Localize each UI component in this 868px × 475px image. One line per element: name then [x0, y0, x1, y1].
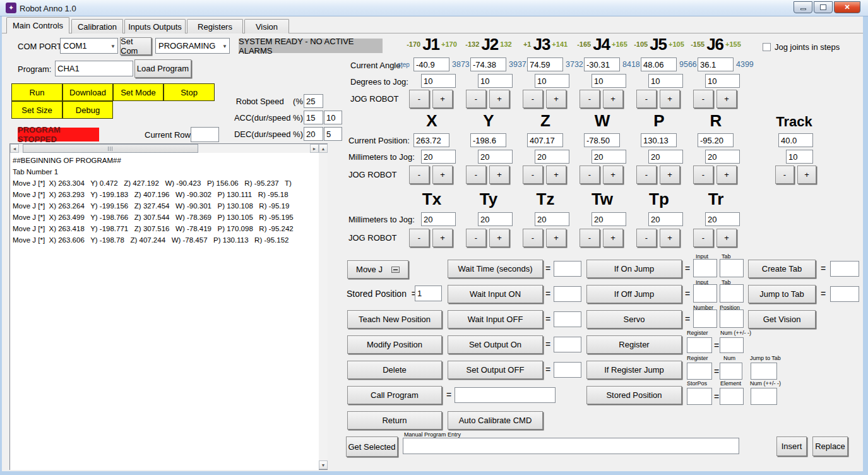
if-register-jump-num-input[interactable]	[720, 363, 742, 380]
tr-tool-jog-minus-button[interactable]: -	[693, 229, 713, 247]
j2-degrees-to-jog-input[interactable]	[478, 74, 513, 88]
tab-registers[interactable]: Registers	[187, 19, 243, 33]
wait-input-on-input[interactable]	[554, 286, 581, 302]
if-on-jump-input[interactable]	[693, 259, 717, 277]
move-type-select[interactable]: Move J	[347, 260, 408, 279]
stored-position-storpos-input[interactable]	[687, 388, 712, 405]
if-on-jump-button[interactable]: If On Jump	[586, 260, 682, 278]
get-vision-button[interactable]: Get Vision	[748, 310, 816, 328]
modify-position-button[interactable]: Modify Position	[347, 335, 442, 354]
set-mode-button[interactable]: Set Mode	[113, 83, 163, 101]
tz-tool-jog-plus-button[interactable]: +	[546, 229, 566, 247]
j1-jog-minus-button[interactable]: -	[409, 90, 429, 108]
j6-jog-minus-button[interactable]: -	[693, 90, 713, 108]
delete-button[interactable]: Delete	[347, 361, 442, 379]
j5-jog-plus-button[interactable]: +	[660, 90, 680, 108]
register-num-input[interactable]	[720, 337, 744, 353]
call-program-button[interactable]: Call Program	[347, 386, 442, 404]
call-program-input[interactable]	[455, 387, 556, 403]
p-axis-current-position-input[interactable]	[641, 133, 677, 147]
scroll-down-arrow-icon[interactable]: ▼	[319, 460, 328, 469]
p-axis-jog-plus-button[interactable]: +	[660, 165, 680, 184]
set-output-on-input[interactable]	[554, 337, 581, 352]
program-line[interactable]: Move J [*] X) 263.418 Y) -198.771 Z) 307…	[13, 223, 319, 234]
j2-jog-plus-button[interactable]: +	[489, 90, 509, 108]
tab-inputs-outputs[interactable]: Inputs Outputs	[124, 19, 186, 33]
ty-tool-mm-to-jog-input[interactable]	[478, 212, 513, 226]
if-off-jump-tab-input[interactable]	[720, 284, 744, 303]
j5-degrees-to-jog-input[interactable]	[648, 74, 683, 88]
tp-tool-mm-to-jog-input[interactable]	[648, 212, 683, 226]
w-axis-mm-to-jog-input[interactable]	[592, 150, 626, 164]
horizontal-scrollbar-thumb[interactable]	[23, 144, 198, 153]
wait-input-off-input[interactable]	[554, 311, 581, 327]
r-axis-mm-to-jog-input[interactable]	[705, 150, 740, 164]
replace-button[interactable]: Replace	[812, 436, 848, 456]
y-axis-jog-minus-button[interactable]: -	[466, 165, 486, 184]
scroll-right-arrow-icon[interactable]: ►	[310, 144, 319, 153]
run-button[interactable]: Run	[11, 83, 62, 101]
set-output-off-button[interactable]: Set Output OFF	[448, 361, 543, 379]
jump-to-tab-input[interactable]	[830, 286, 859, 302]
minimize-button[interactable]	[794, 1, 812, 13]
x-axis-current-position-input[interactable]	[413, 133, 449, 147]
insert-button[interactable]: Insert	[776, 436, 807, 456]
tab-main-controls[interactable]: Main Controls	[6, 17, 69, 33]
wait-input-on-button[interactable]: Wait Input ON	[448, 285, 543, 303]
create-tab-input[interactable]	[830, 261, 859, 277]
j4-current-angle-input[interactable]	[584, 57, 620, 71]
if-off-jump-input[interactable]	[693, 284, 717, 303]
tx-tool-mm-to-jog-input[interactable]	[421, 212, 456, 226]
j5-jog-minus-button[interactable]: -	[636, 90, 657, 108]
jump-to-tab-button[interactable]: Jump to Tab	[748, 285, 816, 303]
w-axis-jog-plus-button[interactable]: +	[603, 165, 623, 184]
ty-tool-jog-minus-button[interactable]: -	[466, 229, 486, 247]
dec-duration-input[interactable]	[304, 127, 323, 141]
tp-tool-jog-plus-button[interactable]: +	[660, 229, 680, 247]
scroll-up-arrow-icon[interactable]: ▲	[319, 144, 328, 153]
x-axis-jog-plus-button[interactable]: +	[432, 165, 453, 184]
acc-duration-input[interactable]	[304, 111, 323, 124]
maximize-button[interactable]	[814, 1, 833, 13]
if-register-jump-tab-input[interactable]	[751, 363, 777, 380]
tp-tool-jog-minus-button[interactable]: -	[636, 229, 657, 247]
debug-button[interactable]: Debug	[62, 101, 113, 119]
j4-degrees-to-jog-input[interactable]	[592, 74, 626, 88]
if-register-jump-button[interactable]: If Register Jump	[586, 361, 682, 379]
track-current-position-input[interactable]	[778, 133, 813, 147]
j4-jog-plus-button[interactable]: +	[603, 90, 623, 108]
if-off-jump-button[interactable]: If Off Jump	[586, 285, 682, 303]
track-mm-to-jog-input[interactable]	[786, 150, 813, 164]
tab-vision[interactable]: Vision	[244, 19, 289, 33]
tw-tool-jog-plus-button[interactable]: +	[603, 229, 623, 247]
track-jog-minus-button[interactable]: -	[775, 165, 794, 184]
y-axis-mm-to-jog-input[interactable]	[478, 150, 513, 164]
stored-position-cmd-button[interactable]: Stored Position	[586, 386, 682, 404]
tr-tool-mm-to-jog-input[interactable]	[705, 212, 740, 226]
tz-tool-mm-to-jog-input[interactable]	[535, 212, 569, 226]
j4-jog-minus-button[interactable]: -	[580, 90, 600, 108]
j3-degrees-to-jog-input[interactable]	[535, 74, 569, 88]
mode-select[interactable]: PROGRAMING ▼	[155, 38, 230, 54]
j5-current-angle-input[interactable]	[641, 57, 677, 71]
com-port-select[interactable]: COM1 ▼	[60, 38, 118, 54]
load-program-button[interactable]: Load Program	[134, 59, 191, 78]
tab-calibration[interactable]: Calibration	[71, 19, 123, 33]
servo-number-input[interactable]	[693, 310, 717, 328]
j1-current-angle-input[interactable]	[413, 57, 449, 71]
j6-jog-plus-button[interactable]: +	[716, 90, 737, 108]
register-input[interactable]	[687, 337, 712, 353]
tw-tool-mm-to-jog-input[interactable]	[592, 212, 626, 226]
wait-time-button[interactable]: Wait Time (seconds)	[448, 260, 543, 278]
program-line[interactable]: Tab Number 1	[13, 166, 319, 177]
set-output-off-input[interactable]	[554, 362, 581, 378]
y-axis-current-position-input[interactable]	[470, 133, 506, 147]
vertical-scrollbar[interactable]: ▲ ▼	[319, 144, 328, 469]
program-name-input[interactable]	[55, 61, 133, 76]
program-line[interactable]: Move J [*] X) 263.499 Y) -198.766 Z) 307…	[13, 212, 319, 223]
tz-tool-jog-minus-button[interactable]: -	[523, 229, 543, 247]
z-axis-jog-minus-button[interactable]: -	[523, 165, 543, 184]
if-on-jump-tab-input[interactable]	[720, 259, 744, 277]
program-listing[interactable]: ##BEGINNING OF PROGRAM##Tab Number 1Move…	[10, 153, 319, 470]
wait-time-input[interactable]	[554, 261, 581, 277]
